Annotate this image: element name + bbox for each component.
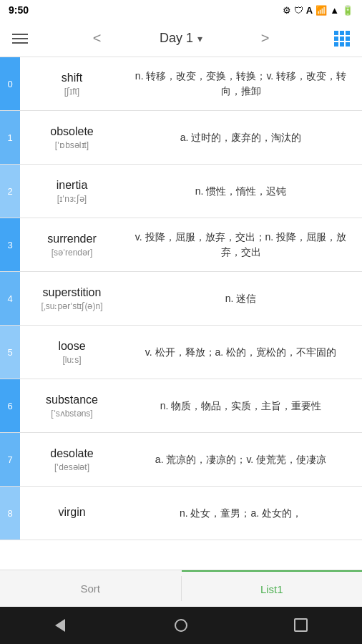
nav-back-arrow-icon: < — [93, 30, 102, 47]
definition-col: a. 荒凉的，凄凉的；v. 使荒芜，使凄凉 — [124, 433, 362, 486]
android-back-icon — [55, 619, 65, 632]
shield-status-icon: 🛡 — [294, 5, 303, 16]
settings-status-icon: ⚙ — [283, 5, 291, 16]
table-row: 1obsolete[ˈɒbsəlɪt]a. 过时的，废弃的，淘汰的 — [0, 111, 362, 165]
table-row: 5loose[luːs]v. 松开，释放；a. 松的，宽松的，不牢固的 — [0, 326, 362, 379]
table-row: 3surrender[səˈrendər]v. 投降，屈服，放弃，交出；n. 投… — [0, 218, 362, 272]
word-col[interactable]: loose[luːs] — [20, 326, 124, 379]
row-index-1: 1 — [0, 111, 20, 164]
definition-col: n. 转移，改变，变换，转换；v. 转移，改变，转向，推卸 — [124, 57, 362, 110]
word-phonetic: [ɪˈnɜːʃə] — [57, 194, 87, 204]
wifi-icon: 📶 — [315, 5, 327, 16]
table-row: 7desolate[ˈdesələt]a. 荒凉的，凄凉的；v. 使荒芜，使凄凉 — [0, 433, 362, 487]
definition-col: v. 投降，屈服，放弃，交出；n. 投降，屈服，放弃，交出 — [124, 218, 362, 271]
word-phonetic: [ʃɪft] — [64, 87, 79, 97]
tab-list1-label: List1 — [260, 583, 283, 595]
tab-list1[interactable]: List1 — [182, 570, 363, 607]
android-home-icon — [175, 619, 187, 632]
menu-button[interactable] — [6, 24, 34, 53]
table-row: 4superstition[ˌsuːpərˈstɪʃ(ə)n]n. 迷信 — [0, 272, 362, 326]
android-back-button[interactable] — [46, 611, 74, 640]
word-text: shift — [62, 72, 82, 84]
row-index-0: 0 — [0, 57, 20, 110]
row-index-8: 8 — [0, 487, 20, 540]
word-phonetic: [luːs] — [62, 355, 81, 365]
word-phonetic: [ˌsuːpərˈstɪʃ(ə)n] — [41, 301, 102, 311]
word-text: superstition — [43, 286, 102, 299]
table-row: 2inertia[ɪˈnɜːʃə]n. 惯性，惰性，迟钝 — [0, 165, 362, 218]
android-recents-icon — [296, 620, 307, 631]
nav-forward-arrow-icon: > — [261, 30, 270, 47]
word-phonetic: [səˈrendər] — [52, 248, 93, 258]
row-index-3: 3 — [0, 218, 20, 271]
word-col[interactable]: desolate[ˈdesələt] — [20, 433, 124, 486]
word-col[interactable]: inertia[ɪˈnɜːʃə] — [20, 165, 124, 218]
word-text: obsolete — [50, 125, 94, 138]
word-phonetic: [ˈsʌbstəns] — [51, 409, 92, 419]
word-col[interactable]: shift[ʃɪft] — [20, 57, 124, 110]
definition-col: n. 惯性，惰性，迟钝 — [124, 165, 362, 218]
word-text: desolate — [50, 447, 94, 460]
word-text: substance — [46, 394, 98, 406]
table-row: 6substance[ˈsʌbstəns]n. 物质，物品，实质，主旨，重要性 — [0, 379, 362, 433]
android-home-button[interactable] — [167, 611, 195, 640]
definition-col: n. 处女，童男；a. 处女的， — [124, 487, 362, 540]
status-time: 9:50 — [9, 4, 29, 16]
android-nav-bar — [0, 607, 362, 644]
word-list: 0shift[ʃɪft]n. 转移，改变，变换，转换；v. 转移，改变，转向，推… — [0, 57, 362, 570]
signal-icon: ▲ — [330, 5, 339, 16]
row-index-6: 6 — [0, 379, 20, 432]
bottom-tab-bar: Sort List1 — [0, 570, 362, 607]
grid-view-button[interactable] — [328, 24, 356, 53]
status-icons: ⚙ 🛡 A 📶 ▲ 🔋 — [283, 5, 353, 16]
word-col[interactable]: surrender[səˈrendər] — [20, 218, 124, 271]
word-text: virgin — [58, 506, 85, 519]
status-bar: 9:50 ⚙ 🛡 A 📶 ▲ 🔋 — [0, 0, 362, 20]
definition-col: v. 松开，释放；a. 松的，宽松的，不牢固的 — [124, 326, 362, 379]
definition-col: n. 物质，物品，实质，主旨，重要性 — [124, 379, 362, 432]
word-text: loose — [58, 340, 85, 353]
definition-col: n. 迷信 — [124, 272, 362, 325]
definition-col: a. 过时的，废弃的，淘汰的 — [124, 111, 362, 164]
tab-sort[interactable]: Sort — [0, 570, 181, 607]
row-index-4: 4 — [0, 272, 20, 325]
battery-icon: 🔋 — [342, 5, 353, 16]
nav-title-group: Day 1 ▾ — [160, 31, 202, 46]
tab-sort-label: Sort — [80, 582, 100, 595]
word-text: inertia — [57, 179, 88, 192]
nav-chevron-icon: ▾ — [197, 33, 202, 44]
row-index-5: 5 — [0, 326, 20, 379]
android-recents-button[interactable] — [288, 611, 316, 640]
word-col[interactable]: virgin — [20, 487, 124, 540]
word-col[interactable]: superstition[ˌsuːpərˈstɪʃ(ə)n] — [20, 272, 124, 325]
table-row: 8virginn. 处女，童男；a. 处女的， — [0, 487, 362, 540]
grid-view-icon — [334, 31, 350, 47]
a-status-icon: A — [306, 5, 313, 16]
nav-title-text: Day 1 — [160, 31, 193, 46]
nav-forward-button[interactable]: > — [250, 24, 279, 53]
word-col[interactable]: obsolete[ˈɒbsəlɪt] — [20, 111, 124, 164]
menu-icon — [12, 31, 28, 47]
word-text: surrender — [47, 233, 96, 245]
word-phonetic: [ˈɒbsəlɪt] — [55, 140, 89, 150]
nav-back-button[interactable]: < — [82, 24, 111, 53]
row-index-2: 2 — [0, 165, 20, 218]
word-col[interactable]: substance[ˈsʌbstəns] — [20, 379, 124, 432]
nav-bar: < Day 1 ▾ > — [0, 20, 362, 57]
word-phonetic: [ˈdesələt] — [54, 462, 89, 472]
table-row: 0shift[ʃɪft]n. 转移，改变，变换，转换；v. 转移，改变，转向，推… — [0, 57, 362, 111]
row-index-7: 7 — [0, 433, 20, 486]
